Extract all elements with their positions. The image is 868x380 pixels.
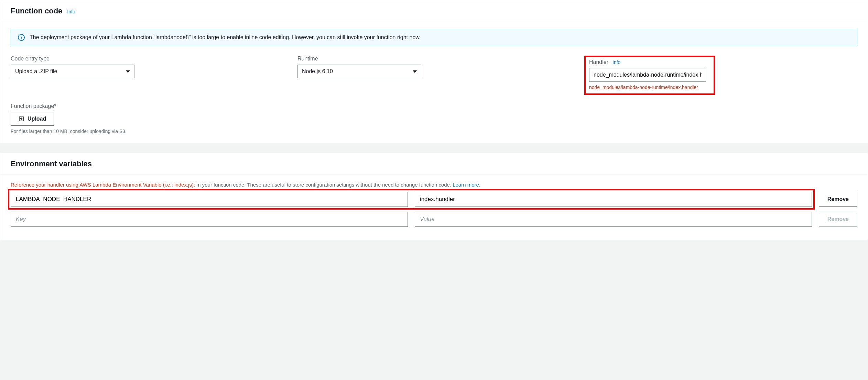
env-vars-note: Reference your handler using AWS Lambda … <box>11 182 195 188</box>
env-vars-title: Environment variables <box>11 159 92 168</box>
env-key-input[interactable] <box>11 212 408 227</box>
function-code-info-link[interactable]: Info <box>67 9 75 14</box>
env-value-input[interactable] <box>415 212 812 227</box>
caret-down-icon <box>126 70 130 73</box>
runtime-value: Node.js 6.10 <box>302 68 333 75</box>
form-row-top: Code entry type Upload a .ZIP file Runti… <box>11 56 857 95</box>
function-code-header: Function code Info <box>0 0 868 22</box>
function-code-body: i The deployment package of your Lambda … <box>0 22 868 143</box>
handler-help-text: node_modules/lambda-node-runtime/index.h… <box>589 85 710 90</box>
env-vars-body: Reference your handler using AWS Lambda … <box>0 175 868 241</box>
env-value-input[interactable] <box>415 192 812 207</box>
env-vars-header: Environment variables <box>0 153 868 175</box>
remove-button[interactable]: Remove <box>819 192 857 207</box>
env-vars-panel: Environment variables Reference your han… <box>0 153 868 241</box>
handler-col: Handler Info node_modules/lambda-node-ru… <box>584 56 857 95</box>
function-code-title: Function code <box>11 7 62 15</box>
upload-icon <box>19 116 24 122</box>
env-key-input[interactable] <box>11 192 408 207</box>
handler-input[interactable] <box>589 68 706 82</box>
function-code-panel: Function code Info i The deployment pack… <box>0 0 868 143</box>
code-entry-type-label: Code entry type <box>11 56 284 62</box>
upload-button-label: Upload <box>28 116 46 122</box>
env-row: Remove <box>11 192 857 207</box>
runtime-select[interactable]: Node.js 6.10 <box>297 65 421 78</box>
runtime-label: Runtime <box>297 56 571 62</box>
info-icon: i <box>18 34 25 41</box>
caret-down-icon <box>413 70 417 73</box>
info-alert: i The deployment package of your Lambda … <box>11 29 857 46</box>
handler-label-row: Handler Info <box>589 59 710 65</box>
info-alert-text: The deployment package of your Lambda fu… <box>30 34 421 41</box>
env-row: Remove <box>11 212 857 227</box>
code-entry-type-select[interactable]: Upload a .ZIP file <box>11 65 134 78</box>
handler-info-link[interactable]: Info <box>612 59 620 65</box>
runtime-col: Runtime Node.js 6.10 <box>297 56 584 95</box>
function-package-help: For files larger than 10 MB, consider up… <box>11 128 857 134</box>
function-package-label: Function package* <box>11 103 857 109</box>
upload-button[interactable]: Upload <box>11 112 54 126</box>
env-rows-container: Remove Remove <box>11 192 857 227</box>
code-entry-type-col: Code entry type Upload a .ZIP file <box>11 56 297 95</box>
code-entry-type-value: Upload a .ZIP file <box>15 68 57 75</box>
handler-highlight-box: Handler Info node_modules/lambda-node-ru… <box>584 56 715 95</box>
function-package-block: Function package* Upload For files large… <box>11 103 857 134</box>
env-vars-description: Reference your handler using AWS Lambda … <box>11 182 857 188</box>
handler-label: Handler <box>589 59 608 65</box>
env-vars-desc-rest: m your function code. These are useful t… <box>196 182 451 188</box>
learn-more-link[interactable]: Learn more. <box>453 182 480 188</box>
remove-button: Remove <box>819 212 857 227</box>
